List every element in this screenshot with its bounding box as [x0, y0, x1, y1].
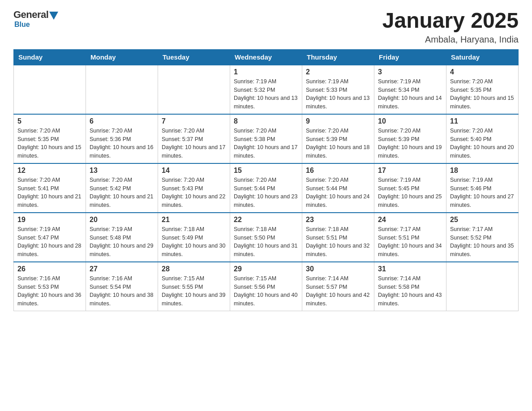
- day-number: 5: [17, 117, 82, 125]
- table-row: 4Sunrise: 7:20 AMSunset: 5:35 PMDaylight…: [446, 65, 519, 114]
- table-row: 21Sunrise: 7:18 AMSunset: 5:49 PMDayligh…: [158, 213, 230, 262]
- day-info: Sunrise: 7:19 AMSunset: 5:46 PMDaylight:…: [450, 176, 515, 210]
- day-number: 30: [306, 265, 370, 273]
- day-number: 6: [90, 117, 154, 125]
- table-row: 8Sunrise: 7:20 AMSunset: 5:38 PMDaylight…: [230, 114, 302, 163]
- logo[interactable]: General Blue: [13, 9, 58, 29]
- calendar-header-row: Sunday Monday Tuesday Wednesday Thursday…: [14, 49, 519, 65]
- day-info: Sunrise: 7:15 AMSunset: 5:56 PMDaylight:…: [234, 274, 298, 308]
- day-info: Sunrise: 7:20 AMSunset: 5:43 PMDaylight:…: [162, 176, 226, 210]
- table-row: 13Sunrise: 7:20 AMSunset: 5:42 PMDayligh…: [86, 163, 158, 213]
- day-number: 16: [306, 167, 370, 175]
- day-info: Sunrise: 7:20 AMSunset: 5:42 PMDaylight:…: [90, 176, 154, 210]
- day-info: Sunrise: 7:19 AMSunset: 5:34 PMDaylight:…: [378, 77, 442, 111]
- day-info: Sunrise: 7:18 AMSunset: 5:50 PMDaylight:…: [234, 225, 298, 259]
- header-monday: Monday: [86, 49, 158, 65]
- table-row: 17Sunrise: 7:19 AMSunset: 5:45 PMDayligh…: [374, 163, 446, 213]
- day-info: Sunrise: 7:20 AMSunset: 5:37 PMDaylight:…: [162, 127, 226, 160]
- table-row: 27Sunrise: 7:16 AMSunset: 5:54 PMDayligh…: [86, 262, 158, 311]
- day-info: Sunrise: 7:19 AMSunset: 5:47 PMDaylight:…: [17, 225, 82, 259]
- table-row: 24Sunrise: 7:17 AMSunset: 5:51 PMDayligh…: [374, 213, 446, 262]
- title-section: January 2025 Ambala, Haryana, India: [382, 9, 519, 45]
- day-number: 1: [234, 68, 298, 76]
- calendar-week-row: 1Sunrise: 7:19 AMSunset: 5:32 PMDaylight…: [14, 65, 519, 114]
- header-friday: Friday: [374, 49, 446, 65]
- day-info: Sunrise: 7:17 AMSunset: 5:52 PMDaylight:…: [450, 225, 515, 259]
- day-info: Sunrise: 7:19 AMSunset: 5:45 PMDaylight:…: [378, 176, 442, 210]
- header-thursday: Thursday: [302, 49, 374, 65]
- day-number: 15: [234, 167, 298, 175]
- day-number: 20: [90, 216, 154, 224]
- day-number: 22: [234, 216, 298, 224]
- day-number: 17: [378, 167, 442, 175]
- calendar-table: Sunday Monday Tuesday Wednesday Thursday…: [13, 49, 519, 311]
- day-number: 28: [162, 265, 226, 273]
- location-subtitle: Ambala, Haryana, India: [382, 34, 519, 45]
- table-row: 10Sunrise: 7:20 AMSunset: 5:39 PMDayligh…: [374, 114, 446, 163]
- day-number: 9: [306, 117, 370, 125]
- logo-triangle-icon: [49, 12, 58, 20]
- table-row: 18Sunrise: 7:19 AMSunset: 5:46 PMDayligh…: [446, 163, 519, 213]
- table-row: 14Sunrise: 7:20 AMSunset: 5:43 PMDayligh…: [158, 163, 230, 213]
- day-info: Sunrise: 7:20 AMSunset: 5:35 PMDaylight:…: [450, 77, 515, 111]
- table-row: 31Sunrise: 7:14 AMSunset: 5:58 PMDayligh…: [374, 262, 446, 311]
- day-number: 25: [450, 216, 515, 224]
- table-row: 23Sunrise: 7:18 AMSunset: 5:51 PMDayligh…: [302, 213, 374, 262]
- day-info: Sunrise: 7:20 AMSunset: 5:44 PMDaylight:…: [306, 176, 370, 210]
- header-saturday: Saturday: [446, 49, 519, 65]
- logo-blue-text: Blue: [14, 21, 30, 29]
- day-number: 24: [378, 216, 442, 224]
- page-header: General Blue January 2025 Ambala, Haryan…: [13, 9, 519, 45]
- day-number: 2: [306, 68, 370, 76]
- day-info: Sunrise: 7:20 AMSunset: 5:44 PMDaylight:…: [234, 176, 298, 210]
- day-number: 18: [450, 167, 515, 175]
- table-row: [86, 65, 158, 114]
- table-row: 2Sunrise: 7:19 AMSunset: 5:33 PMDaylight…: [302, 65, 374, 114]
- table-row: 22Sunrise: 7:18 AMSunset: 5:50 PMDayligh…: [230, 213, 302, 262]
- table-row: 15Sunrise: 7:20 AMSunset: 5:44 PMDayligh…: [230, 163, 302, 213]
- day-info: Sunrise: 7:18 AMSunset: 5:51 PMDaylight:…: [306, 225, 370, 259]
- table-row: [446, 262, 519, 311]
- day-number: 21: [162, 216, 226, 224]
- table-row: 11Sunrise: 7:20 AMSunset: 5:40 PMDayligh…: [446, 114, 519, 163]
- day-info: Sunrise: 7:20 AMSunset: 5:40 PMDaylight:…: [450, 127, 515, 160]
- day-info: Sunrise: 7:19 AMSunset: 5:48 PMDaylight:…: [90, 225, 154, 259]
- day-info: Sunrise: 7:18 AMSunset: 5:49 PMDaylight:…: [162, 225, 226, 259]
- calendar-week-row: 19Sunrise: 7:19 AMSunset: 5:47 PMDayligh…: [14, 213, 519, 262]
- table-row: 29Sunrise: 7:15 AMSunset: 5:56 PMDayligh…: [230, 262, 302, 311]
- header-wednesday: Wednesday: [230, 49, 302, 65]
- table-row: 20Sunrise: 7:19 AMSunset: 5:48 PMDayligh…: [86, 213, 158, 262]
- header-tuesday: Tuesday: [158, 49, 230, 65]
- day-number: 7: [162, 117, 226, 125]
- day-number: 23: [306, 216, 370, 224]
- calendar-week-row: 5Sunrise: 7:20 AMSunset: 5:35 PMDaylight…: [14, 114, 519, 163]
- table-row: 12Sunrise: 7:20 AMSunset: 5:41 PMDayligh…: [14, 163, 86, 213]
- day-number: 26: [17, 265, 82, 273]
- day-info: Sunrise: 7:20 AMSunset: 5:35 PMDaylight:…: [17, 127, 82, 160]
- table-row: 28Sunrise: 7:15 AMSunset: 5:55 PMDayligh…: [158, 262, 230, 311]
- logo-general-text: General: [13, 9, 48, 21]
- table-row: [158, 65, 230, 114]
- day-number: 8: [234, 117, 298, 125]
- day-number: 29: [234, 265, 298, 273]
- calendar-week-row: 26Sunrise: 7:16 AMSunset: 5:53 PMDayligh…: [14, 262, 519, 311]
- day-number: 4: [450, 68, 515, 76]
- table-row: 19Sunrise: 7:19 AMSunset: 5:47 PMDayligh…: [14, 213, 86, 262]
- table-row: 5Sunrise: 7:20 AMSunset: 5:35 PMDaylight…: [14, 114, 86, 163]
- calendar-title: January 2025: [382, 9, 519, 33]
- table-row: 6Sunrise: 7:20 AMSunset: 5:36 PMDaylight…: [86, 114, 158, 163]
- day-number: 27: [90, 265, 154, 273]
- day-info: Sunrise: 7:20 AMSunset: 5:41 PMDaylight:…: [17, 176, 82, 210]
- day-info: Sunrise: 7:16 AMSunset: 5:53 PMDaylight:…: [17, 274, 82, 308]
- day-number: 11: [450, 117, 515, 125]
- day-info: Sunrise: 7:19 AMSunset: 5:33 PMDaylight:…: [306, 77, 370, 111]
- table-row: 1Sunrise: 7:19 AMSunset: 5:32 PMDaylight…: [230, 65, 302, 114]
- day-info: Sunrise: 7:20 AMSunset: 5:39 PMDaylight:…: [378, 127, 442, 160]
- day-info: Sunrise: 7:16 AMSunset: 5:54 PMDaylight:…: [90, 274, 154, 308]
- table-row: 9Sunrise: 7:20 AMSunset: 5:39 PMDaylight…: [302, 114, 374, 163]
- calendar-week-row: 12Sunrise: 7:20 AMSunset: 5:41 PMDayligh…: [14, 163, 519, 213]
- table-row: 26Sunrise: 7:16 AMSunset: 5:53 PMDayligh…: [14, 262, 86, 311]
- day-number: 10: [378, 117, 442, 125]
- day-info: Sunrise: 7:17 AMSunset: 5:51 PMDaylight:…: [378, 225, 442, 259]
- table-row: 16Sunrise: 7:20 AMSunset: 5:44 PMDayligh…: [302, 163, 374, 213]
